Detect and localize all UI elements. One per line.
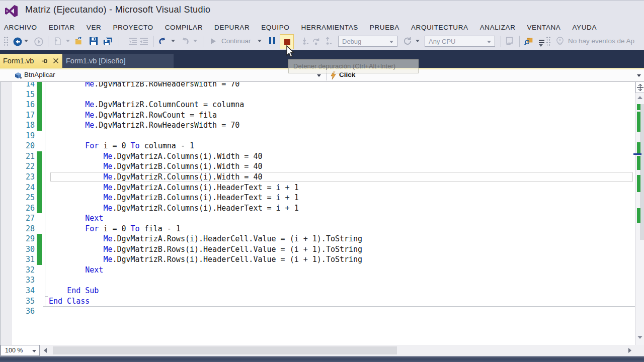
toolbar-options-icon[interactable]	[539, 40, 544, 43]
procedure-separator-line	[43, 306, 635, 307]
code-line-32: Next	[1, 265, 635, 276]
open-file-icon[interactable]	[75, 37, 84, 46]
code-line-21: Me.DgvMatrizA.Columns(i).Width = 40	[1, 151, 635, 162]
redo-icon[interactable]	[180, 36, 189, 45]
change-tracking-bar	[37, 151, 42, 213]
unindent-icon[interactable]	[128, 37, 137, 46]
code-line-18: Me.DgvMatrizR.RowHeadersWidth = 70	[1, 120, 635, 131]
step-into-icon[interactable]	[300, 37, 309, 46]
menu-herramientas[interactable]: HERRAMIENTAS	[295, 22, 364, 33]
scrollbar-corner	[635, 345, 644, 356]
code-line-31: Me.DgvMatrizR.Rows(i).HeaderCell.Value =…	[1, 254, 635, 265]
save-icon[interactable]	[89, 37, 98, 46]
scroll-left-arrow[interactable]	[44, 348, 47, 353]
event-combo-caret[interactable]	[637, 74, 641, 77]
redo-dropdown-caret[interactable]	[193, 40, 197, 42]
menu-prueba[interactable]: PRUEBA	[364, 22, 405, 33]
horizontal-scrollbar-row: 100 %	[0, 345, 644, 356]
menu-proyecto[interactable]: PROYECTO	[107, 22, 159, 33]
toolbar-options-caret[interactable]	[539, 44, 543, 47]
vertical-scrollbar[interactable]	[635, 82, 644, 345]
line-number: 15	[1, 89, 35, 100]
solution-configurations-caret	[389, 41, 393, 43]
menu-editar[interactable]: EDITAR	[43, 22, 80, 33]
tab-label: Form1.vb [Diseño]	[63, 57, 125, 65]
new-item-icon[interactable]	[53, 37, 62, 46]
solution-platforms-combo[interactable]: Any CPU	[425, 36, 495, 47]
change-tracking-bar	[37, 82, 42, 131]
tab-label: Form1.vb	[0, 57, 34, 65]
menu-depurar[interactable]: DEPURAR	[209, 22, 256, 33]
solution-configurations-combo[interactable]: Debug	[338, 36, 397, 47]
code-line-28: For i = 0 To fila - 1	[1, 224, 635, 234]
tab-form1vb[interactable]: Form1.vb	[0, 54, 62, 68]
code-line-27: Next	[1, 213, 635, 224]
code-line-30: Me.DgvMatrizB.Rows(i).HeaderCell.Value =…	[1, 244, 635, 255]
step-over-icon[interactable]	[312, 37, 321, 46]
code-line-16: Me.DgvMatrizR.ColumnCount = columna	[1, 100, 635, 110]
code-line-34: End Sub	[1, 286, 635, 296]
back-icon[interactable]	[13, 37, 22, 46]
object-cube-icon	[14, 71, 23, 79]
menu-bar: ARCHIVOEDITARVERPROYECTOCOMPILARDEPURARE…	[0, 21, 644, 33]
solution-platforms-value: Any CPU	[429, 38, 455, 45]
scroll-down-arrow[interactable]	[637, 336, 642, 339]
toolbar-grip[interactable]	[4, 36, 9, 47]
close-icon[interactable]	[53, 58, 59, 64]
tab-form1vb-design[interactable]: Form1.vb [Diseño]	[63, 54, 174, 68]
scroll-change-mark	[637, 142, 640, 153]
refresh-icon[interactable]	[403, 37, 412, 46]
refresh-dropdown-caret[interactable]	[416, 40, 420, 42]
title-bar: Matriz (Ejecutando) - Microsoft Visual S…	[0, 0, 644, 22]
scroll-caret-mark	[633, 153, 641, 155]
forward-icon[interactable]	[34, 37, 43, 46]
window-bottom-band	[0, 356, 644, 362]
undo-icon[interactable]	[158, 36, 168, 45]
start-icon[interactable]	[211, 38, 216, 44]
solution-platforms-caret	[487, 41, 491, 43]
zoom-value: 100 %	[5, 347, 23, 354]
toolbar-grip-2[interactable]	[546, 36, 551, 47]
vertical-scroll-thumb[interactable]	[640, 104, 644, 240]
code-line-17: Me.DgvMatrizR.RowCount = fila	[1, 110, 635, 121]
menu-arquitectura[interactable]: ARQUITECTURA	[405, 22, 474, 33]
window-layout-icon[interactable]	[505, 37, 514, 46]
undo-dropdown-caret[interactable]	[171, 40, 175, 42]
menu-equipo[interactable]: EQUIPO	[256, 22, 295, 33]
indent-icon[interactable]	[139, 37, 148, 46]
scroll-change-mark	[637, 208, 640, 223]
continue-dropdown-caret[interactable]	[258, 40, 262, 42]
visual-studio-logo	[5, 5, 19, 18]
object-combo[interactable]: BtnAplicar	[24, 71, 55, 78]
back-dropdown-caret[interactable]	[24, 40, 28, 42]
pause-icon[interactable]	[269, 37, 275, 44]
application-insights-icon[interactable]	[555, 37, 565, 46]
code-line-23: Me.DgvMatrizR.Columns(i).Width = 40	[1, 172, 635, 183]
menu-archivo[interactable]: ARCHIVO	[0, 22, 43, 33]
horizontal-scroll-thumb[interactable]	[53, 346, 397, 354]
code-line-14: Me.DgvMatrizB.RowHeadersWidth = 70	[1, 82, 635, 89]
menu-analizar[interactable]: ANALIZAR	[474, 22, 521, 33]
insights-status-text: No hay eventos de Ap	[568, 37, 634, 45]
pin-icon[interactable]	[41, 58, 48, 64]
find-in-files-icon[interactable]	[524, 37, 533, 46]
editor-split-handle[interactable]	[635, 82, 644, 93]
line-number: 33	[1, 275, 35, 286]
continue-button[interactable]: Continuar	[221, 37, 251, 45]
scroll-up-arrow[interactable]	[637, 96, 642, 99]
new-item-dropdown-caret[interactable]	[66, 40, 70, 42]
code-editor[interactable]: 14 Me.DgvMatrizB.RowHeadersWidth = 70151…	[0, 82, 635, 345]
scroll-right-arrow[interactable]	[628, 348, 631, 353]
code-line-26: Me.DgvMatrizR.Columns(i).HeaderText = i …	[1, 203, 635, 214]
code-line-25: Me.DgvMatrizB.Columns(i).HeaderText = i …	[1, 193, 635, 203]
stop-icon	[284, 39, 290, 45]
menu-compilar[interactable]: COMPILAR	[159, 22, 208, 33]
menu-ver[interactable]: VER	[80, 22, 107, 33]
object-combo-caret[interactable]	[317, 74, 321, 77]
scroll-change-mark	[637, 156, 640, 170]
zoom-combo[interactable]: 100 %	[1, 345, 40, 356]
step-out-icon[interactable]	[324, 37, 333, 46]
save-all-icon[interactable]	[103, 37, 112, 46]
menu-ventana[interactable]: VENTANA	[521, 22, 567, 33]
menu-ayuda[interactable]: AYUDA	[567, 22, 603, 33]
